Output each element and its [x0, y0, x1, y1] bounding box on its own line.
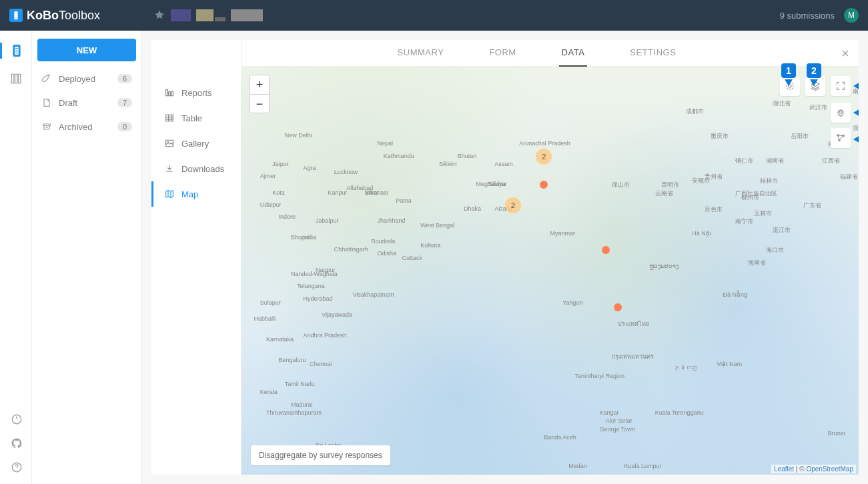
sidebar-item-deployed[interactable]: Deployed 6 [37, 67, 136, 91]
map-place-label: Telangana [297, 283, 325, 289]
map-fullscreen-button[interactable] [831, 76, 851, 96]
map-place-label: Lucknow [334, 169, 358, 175]
map-view[interactable]: New DelhiKathmanduJaipurAgraLucknowKotaK… [242, 67, 859, 475]
sidebar-item-label: Draft [59, 98, 77, 108]
avatar[interactable]: M [844, 8, 859, 23]
map-place-label: Kangar [600, 409, 619, 416]
subnav-table[interactable]: Table [151, 105, 241, 131]
reports-icon [164, 87, 175, 98]
map-place-label: 浙江省 [853, 124, 859, 133]
logo-icon [9, 9, 23, 22]
subnav-downloads[interactable]: Downloads [151, 156, 241, 181]
map-place-label: Myanmar [550, 230, 576, 237]
subnav-gallery[interactable]: Gallery [151, 131, 241, 156]
map-place-label: 海南省 [748, 259, 766, 267]
map-point-marker[interactable] [602, 246, 610, 254]
svg-rect-4 [19, 74, 21, 83]
svg-rect-2 [12, 74, 14, 83]
map-point-marker[interactable] [614, 303, 622, 311]
map-cluster-marker[interactable]: 2 [536, 149, 552, 165]
rail-projects[interactable] [0, 43, 31, 59]
osm-link[interactable]: OpenStreetMap [806, 465, 853, 473]
rail-help[interactable] [9, 460, 23, 475]
map-place-label: Andhra Pradesh [304, 332, 347, 339]
archive-icon [41, 121, 52, 132]
tab-form[interactable]: FORM [486, 40, 518, 67]
map-place-label: West Bengal [420, 222, 454, 229]
breadcrumb-segment [171, 9, 191, 21]
map-place-label: 桂林市 [760, 177, 778, 185]
map-place-label: New Delhi [285, 132, 312, 139]
leaflet-link[interactable]: Leaflet [774, 465, 794, 473]
map-place-label: 湖南省 [766, 157, 784, 165]
map-cluster-marker[interactable]: 2 [505, 197, 521, 213]
zoom-in-button[interactable]: + [250, 75, 269, 94]
table-icon [164, 113, 175, 123]
map-place-label: Patna [396, 197, 412, 204]
map-heatmap-button[interactable] [831, 103, 851, 123]
map-place-label: Arunachal Pradesh [519, 140, 570, 147]
rail-source[interactable] [9, 412, 23, 427]
map-place-label: Chennai [310, 361, 332, 367]
new-button[interactable]: NEW [37, 39, 136, 61]
tab-data[interactable]: DATA [559, 40, 588, 67]
map-place-label: Meghalaya [476, 181, 506, 187]
map-place-label: Madurai [291, 401, 313, 408]
rail-github[interactable] [9, 436, 23, 451]
map-place-label: 玉林市 [754, 209, 772, 218]
close-button[interactable] [832, 40, 859, 67]
map-place-label: Assam [494, 161, 513, 167]
rocket-icon [41, 73, 52, 84]
svg-point-7 [167, 141, 169, 143]
svg-rect-3 [15, 74, 17, 83]
map-place-label: Cuttack [402, 255, 423, 261]
map-place-label: 保山市 [612, 181, 630, 189]
disaggregate-button[interactable]: Disaggregate by survey responses [251, 445, 390, 465]
downloads-icon [164, 163, 175, 174]
project-sidebar: NEW Deployed 6 Draft 7 Archived 0 [32, 31, 142, 484]
map-place-label: Kathmandu [384, 153, 414, 159]
map-place-label: Kuala Terengganu [655, 409, 704, 416]
map-place-label: Rourkela [371, 238, 395, 245]
subnav-map[interactable]: Map [151, 181, 241, 207]
sidebar-item-archived[interactable]: Archived 0 [37, 115, 136, 139]
map-place-label: Hubballi [254, 315, 276, 322]
map-place-label: Varanasi [365, 189, 388, 196]
map-place-label: Banda Aceh [544, 434, 576, 441]
map-attribution: Leaflet | © OpenStreetMap [771, 465, 856, 473]
map-cluster-button[interactable] [831, 128, 851, 148]
map-place-label: 云南省 [655, 189, 673, 198]
zoom-out-button[interactable]: − [250, 94, 269, 113]
map-place-label: 湛江市 [773, 226, 791, 235]
header-breadcrumb [153, 9, 263, 21]
submissions-count[interactable]: 9 submissions [780, 11, 835, 21]
map-point-marker[interactable] [540, 181, 548, 189]
map-place-label: 南宁市 [735, 217, 753, 226]
map-place-label: Brunei [828, 430, 845, 437]
library-icon [10, 72, 23, 85]
map-place-label: Thiruvananthapuram [266, 409, 322, 416]
map-place-label: 柳州市 [741, 193, 759, 202]
heatmap-icon [835, 107, 846, 118]
subnav-reports[interactable]: Reports [151, 80, 241, 105]
map-place-label: ประเทศไทย [618, 319, 649, 329]
map-place-label: 铜仁市 [735, 157, 753, 165]
app-logo-text: KoBoToolbox [27, 9, 100, 23]
map-place-label: ຫຼວງພະບາງ [649, 263, 679, 269]
map-place-label: Đà Nẵng [723, 291, 748, 298]
map-place-label: Sikkim [439, 161, 457, 167]
gallery-icon [164, 138, 175, 149]
tab-summary[interactable]: SUMMARY [395, 40, 447, 67]
map-place-label: Chhattisgarh [334, 246, 368, 253]
sidebar-item-label: Archived [59, 122, 93, 132]
map-place-label: Bhutan [458, 153, 477, 159]
breadcrumb-segment [231, 9, 263, 21]
map-place-label: 武汉市 [809, 103, 827, 112]
map-place-label: 海口市 [766, 246, 784, 255]
top-tabs: SUMMARYFORMDATASETTINGS [242, 40, 832, 67]
tab-settings[interactable]: SETTINGS [627, 40, 679, 67]
rail-library[interactable] [0, 71, 31, 87]
map-place-label: Jaipur [272, 161, 289, 167]
sidebar-item-draft[interactable]: Draft 7 [37, 91, 136, 115]
map-place-label: 重庆市 [711, 132, 729, 141]
